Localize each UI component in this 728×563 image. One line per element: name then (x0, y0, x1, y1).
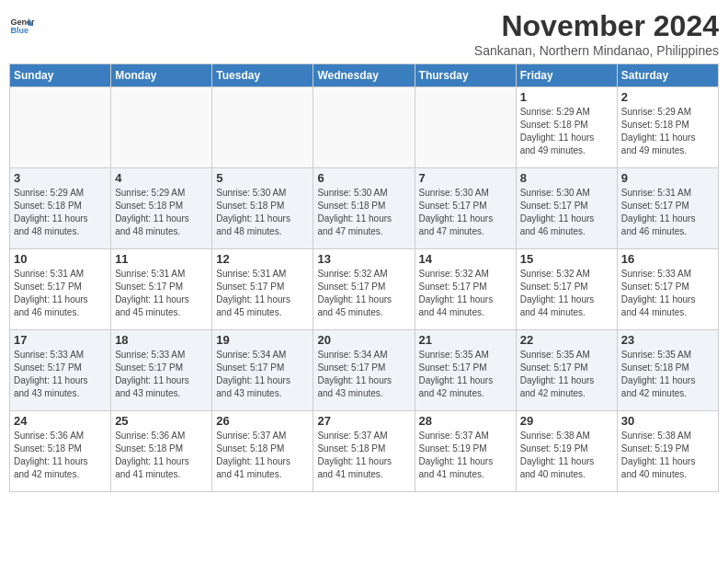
day-info: Sunrise: 5:38 AM Sunset: 5:19 PM Dayligh… (520, 430, 613, 481)
day-number: 15 (520, 252, 613, 266)
day-number: 14 (419, 252, 512, 266)
calendar-cell: 12Sunrise: 5:31 AM Sunset: 5:17 PM Dayli… (212, 249, 313, 330)
logo: General Blue (9, 13, 35, 39)
calendar-cell: 15Sunrise: 5:32 AM Sunset: 5:17 PM Dayli… (516, 249, 617, 330)
calendar-cell: 21Sunrise: 5:35 AM Sunset: 5:17 PM Dayli… (415, 330, 516, 411)
day-number: 26 (216, 414, 309, 428)
day-number: 12 (216, 252, 309, 266)
calendar-cell: 3Sunrise: 5:29 AM Sunset: 5:18 PM Daylig… (10, 168, 111, 249)
day-info: Sunrise: 5:37 AM Sunset: 5:18 PM Dayligh… (216, 430, 309, 481)
day-number: 6 (317, 171, 410, 185)
calendar-cell: 14Sunrise: 5:32 AM Sunset: 5:17 PM Dayli… (415, 249, 516, 330)
day-number: 18 (115, 333, 208, 347)
calendar-week-row: 1Sunrise: 5:29 AM Sunset: 5:18 PM Daylig… (10, 87, 719, 168)
calendar-cell: 8Sunrise: 5:30 AM Sunset: 5:17 PM Daylig… (516, 168, 617, 249)
day-number: 2 (621, 90, 714, 104)
day-info: Sunrise: 5:38 AM Sunset: 5:19 PM Dayligh… (621, 430, 714, 481)
calendar-header-row: SundayMondayTuesdayWednesdayThursdayFrid… (10, 64, 719, 87)
day-info: Sunrise: 5:37 AM Sunset: 5:18 PM Dayligh… (317, 430, 410, 481)
calendar-cell (313, 87, 415, 168)
day-info: Sunrise: 5:34 AM Sunset: 5:17 PM Dayligh… (216, 349, 309, 400)
day-number: 22 (520, 333, 613, 347)
day-number: 8 (520, 171, 613, 185)
calendar-cell: 22Sunrise: 5:35 AM Sunset: 5:17 PM Dayli… (516, 330, 617, 411)
day-info: Sunrise: 5:29 AM Sunset: 5:18 PM Dayligh… (520, 106, 613, 157)
day-number: 16 (621, 252, 714, 266)
day-number: 5 (216, 171, 309, 185)
calendar-cell: 9Sunrise: 5:31 AM Sunset: 5:17 PM Daylig… (617, 168, 718, 249)
weekday-header: Wednesday (313, 64, 415, 87)
day-info: Sunrise: 5:29 AM Sunset: 5:18 PM Dayligh… (14, 187, 107, 238)
calendar-cell: 17Sunrise: 5:33 AM Sunset: 5:17 PM Dayli… (10, 330, 111, 411)
day-number: 20 (317, 333, 410, 347)
calendar-cell: 4Sunrise: 5:29 AM Sunset: 5:18 PM Daylig… (111, 168, 212, 249)
title-block: November 2024 Sankanan, Northern Mindana… (474, 9, 719, 58)
day-info: Sunrise: 5:31 AM Sunset: 5:17 PM Dayligh… (14, 268, 107, 319)
day-number: 28 (419, 414, 512, 428)
calendar-cell: 7Sunrise: 5:30 AM Sunset: 5:17 PM Daylig… (415, 168, 516, 249)
calendar-cell: 10Sunrise: 5:31 AM Sunset: 5:17 PM Dayli… (10, 249, 111, 330)
day-info: Sunrise: 5:35 AM Sunset: 5:17 PM Dayligh… (520, 349, 613, 400)
day-number: 7 (419, 171, 512, 185)
day-number: 21 (419, 333, 512, 347)
day-number: 11 (115, 252, 208, 266)
calendar-cell: 25Sunrise: 5:36 AM Sunset: 5:18 PM Dayli… (111, 411, 212, 492)
day-number: 24 (14, 414, 107, 428)
calendar-table: SundayMondayTuesdayWednesdayThursdayFrid… (9, 63, 719, 492)
day-info: Sunrise: 5:29 AM Sunset: 5:18 PM Dayligh… (621, 106, 714, 157)
day-info: Sunrise: 5:32 AM Sunset: 5:17 PM Dayligh… (419, 268, 512, 319)
day-number: 27 (317, 414, 410, 428)
day-number: 10 (14, 252, 107, 266)
day-info: Sunrise: 5:32 AM Sunset: 5:17 PM Dayligh… (317, 268, 410, 319)
day-number: 25 (115, 414, 208, 428)
day-number: 3 (14, 171, 107, 185)
calendar-cell: 2Sunrise: 5:29 AM Sunset: 5:18 PM Daylig… (617, 87, 718, 168)
day-info: Sunrise: 5:32 AM Sunset: 5:17 PM Dayligh… (520, 268, 613, 319)
weekday-header: Sunday (10, 64, 111, 87)
calendar-cell: 30Sunrise: 5:38 AM Sunset: 5:19 PM Dayli… (617, 411, 718, 492)
weekday-header: Monday (111, 64, 212, 87)
calendar-cell: 6Sunrise: 5:30 AM Sunset: 5:18 PM Daylig… (313, 168, 415, 249)
day-info: Sunrise: 5:30 AM Sunset: 5:18 PM Dayligh… (216, 187, 309, 238)
day-info: Sunrise: 5:30 AM Sunset: 5:18 PM Dayligh… (317, 187, 410, 238)
calendar-cell: 29Sunrise: 5:38 AM Sunset: 5:19 PM Dayli… (516, 411, 617, 492)
day-number: 9 (621, 171, 714, 185)
day-info: Sunrise: 5:31 AM Sunset: 5:17 PM Dayligh… (621, 187, 714, 238)
calendar-cell: 27Sunrise: 5:37 AM Sunset: 5:18 PM Dayli… (313, 411, 415, 492)
day-number: 30 (621, 414, 714, 428)
calendar-cell: 13Sunrise: 5:32 AM Sunset: 5:17 PM Dayli… (313, 249, 415, 330)
day-info: Sunrise: 5:33 AM Sunset: 5:17 PM Dayligh… (621, 268, 714, 319)
day-info: Sunrise: 5:31 AM Sunset: 5:17 PM Dayligh… (115, 268, 208, 319)
weekday-header: Saturday (617, 64, 718, 87)
calendar-cell: 24Sunrise: 5:36 AM Sunset: 5:18 PM Dayli… (10, 411, 111, 492)
day-info: Sunrise: 5:33 AM Sunset: 5:17 PM Dayligh… (14, 349, 107, 400)
day-info: Sunrise: 5:33 AM Sunset: 5:17 PM Dayligh… (115, 349, 208, 400)
day-info: Sunrise: 5:29 AM Sunset: 5:18 PM Dayligh… (115, 187, 208, 238)
day-number: 4 (115, 171, 208, 185)
day-info: Sunrise: 5:36 AM Sunset: 5:18 PM Dayligh… (14, 430, 107, 481)
weekday-header: Tuesday (212, 64, 313, 87)
month-title: November 2024 (474, 9, 719, 43)
day-info: Sunrise: 5:35 AM Sunset: 5:18 PM Dayligh… (621, 349, 714, 400)
calendar-cell: 1Sunrise: 5:29 AM Sunset: 5:18 PM Daylig… (516, 87, 617, 168)
day-info: Sunrise: 5:30 AM Sunset: 5:17 PM Dayligh… (419, 187, 512, 238)
calendar-cell: 16Sunrise: 5:33 AM Sunset: 5:17 PM Dayli… (617, 249, 718, 330)
calendar-cell: 23Sunrise: 5:35 AM Sunset: 5:18 PM Dayli… (617, 330, 718, 411)
day-info: Sunrise: 5:34 AM Sunset: 5:17 PM Dayligh… (317, 349, 410, 400)
day-info: Sunrise: 5:31 AM Sunset: 5:17 PM Dayligh… (216, 268, 309, 319)
calendar-week-row: 24Sunrise: 5:36 AM Sunset: 5:18 PM Dayli… (10, 411, 719, 492)
day-number: 19 (216, 333, 309, 347)
calendar-week-row: 17Sunrise: 5:33 AM Sunset: 5:17 PM Dayli… (10, 330, 719, 411)
calendar-cell (212, 87, 313, 168)
calendar-cell: 19Sunrise: 5:34 AM Sunset: 5:17 PM Dayli… (212, 330, 313, 411)
location-title: Sankanan, Northern Mindanao, Philippines (474, 43, 719, 58)
calendar-cell (10, 87, 111, 168)
calendar-cell (415, 87, 516, 168)
page-header: General Blue November 2024 Sankanan, Nor… (9, 9, 719, 58)
calendar-week-row: 10Sunrise: 5:31 AM Sunset: 5:17 PM Dayli… (10, 249, 719, 330)
calendar-week-row: 3Sunrise: 5:29 AM Sunset: 5:18 PM Daylig… (10, 168, 719, 249)
calendar-cell: 11Sunrise: 5:31 AM Sunset: 5:17 PM Dayli… (111, 249, 212, 330)
calendar-cell: 26Sunrise: 5:37 AM Sunset: 5:18 PM Dayli… (212, 411, 313, 492)
day-number: 23 (621, 333, 714, 347)
weekday-header: Friday (516, 64, 617, 87)
